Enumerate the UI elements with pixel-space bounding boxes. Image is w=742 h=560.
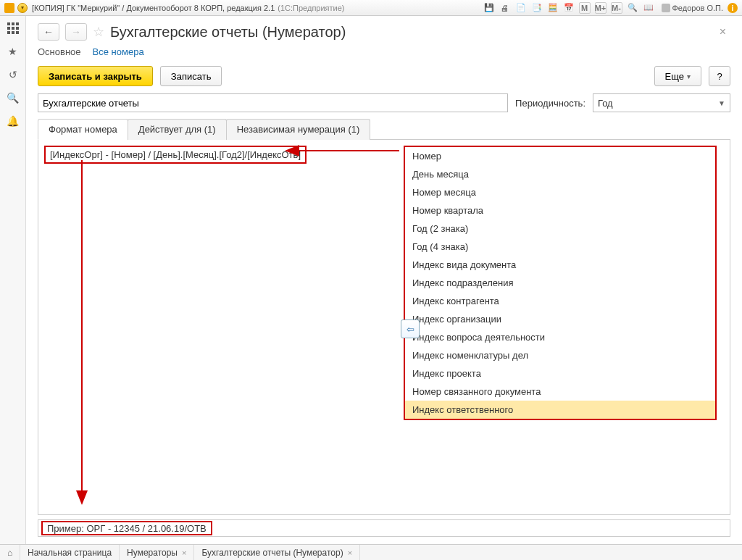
example-row: Пример: ОРГ - 12345 / 21.06.19/ОТВ [38,519,730,537]
bottom-tab-current-label: Бухгалтерские отчеты (Нумератор) [201,548,343,558]
close-tab-icon[interactable]: × [348,548,352,557]
book-icon[interactable]: 📖 [643,2,654,14]
zoom-icon[interactable]: 🔍 [627,2,638,14]
title-bar: ▾ [КОПИЯ] ГК "Меркурий" / Документооборо… [0,0,742,16]
m-button[interactable]: M [579,2,591,14]
window-title: [КОПИЯ] ГК "Меркурий" / Документооборот … [32,4,275,12]
left-rail: ★ ↺ 🔍 🔔 [0,16,26,544]
token-item[interactable]: Индекс ответственного [405,401,715,419]
app-menu-dropdown[interactable]: ▾ [17,3,28,13]
format-pane: [ИндексОрг] - [Номер] / [День].[Месяц].[… [44,146,398,509]
bottom-tab-current[interactable]: Бухгалтерские отчеты (Нумератор)× [194,545,360,560]
bottom-tab-start-label: Начальная страница [28,548,112,558]
subnav-all-numbers[interactable]: Все номера [93,46,144,57]
insert-token-button[interactable]: ⇦ [401,319,420,338]
sections-icon[interactable] [5,20,21,36]
bottom-tab-numerators[interactable]: Нумераторы× [120,545,194,560]
token-item[interactable]: Номер квартала [405,201,715,220]
tab-strip: Формат номера Действует для (1) Независи… [38,118,730,140]
name-row: Периодичность: Год ▼ [26,93,742,118]
numerator-name-input[interactable] [38,93,508,112]
bottom-tab-numerators-label: Нумераторы [127,548,178,558]
bottom-tab-start[interactable]: Начальная страница [20,545,120,560]
notifications-icon[interactable]: 🔔 [5,113,21,129]
save-button[interactable]: Записать [160,66,222,86]
calendar-icon[interactable]: 📅 [563,2,575,14]
page-title: Бухгалтерские отчеты (Нумератор) [110,24,346,41]
info-icon[interactable]: i [728,3,738,13]
token-item[interactable]: Индекс вида документа [405,256,715,274]
tokens-pane: ⇦ НомерДень месяцаНомер месяцаНомер квар… [404,146,724,509]
save-icon[interactable]: 💾 [483,2,495,14]
user-name: Федоров О.П. [672,4,724,12]
editor-area: [ИндексОрг] - [Номер] / [День].[Месяц].[… [38,140,730,515]
token-item[interactable]: Номер связанного документа [405,383,715,401]
m-minus-button[interactable]: M- [611,2,622,14]
token-item[interactable]: День месяца [405,165,715,183]
token-item[interactable]: Индекс подразделения [405,274,715,292]
token-item[interactable]: Год (2 знака) [405,220,715,238]
bottom-tabs: ⌂ Начальная страница Нумераторы× Бухгалт… [0,544,742,560]
token-item[interactable]: Номер месяца [405,183,715,201]
page-header: ← → ☆ Бухгалтерские отчеты (Нумератор) × [26,16,742,43]
print-icon[interactable]: 🖨 [499,2,511,14]
more-button[interactable]: Еще [654,66,701,86]
subnav: Основное Все номера [26,43,742,63]
history-icon[interactable]: ↺ [5,67,21,83]
token-list: НомерДень месяцаНомер месяцаНомер кварта… [404,146,717,420]
user-label[interactable]: Федоров О.П. [662,4,724,12]
token-item[interactable]: Индекс контрагента [405,292,715,310]
more-button-label: Еще [665,71,684,82]
app-icon [4,3,14,13]
tab-independent[interactable]: Независимая нумерация (1) [226,119,371,140]
save-and-close-button[interactable]: Записать и закрыть [38,66,153,86]
tab-format[interactable]: Формат номера [38,119,128,140]
nav-forward-button[interactable]: → [65,23,87,41]
token-item[interactable]: Номер [405,147,715,165]
doc-icon-1[interactable]: 📄 [515,2,527,14]
help-button[interactable]: ? [709,66,730,86]
search-icon[interactable]: 🔍 [5,90,21,106]
close-page-button[interactable]: × [715,25,730,38]
token-item[interactable]: Индекс вопроса деятельности [405,328,715,346]
content-area: ← → ☆ Бухгалтерские отчеты (Нумератор) ×… [26,16,742,544]
favorites-icon[interactable]: ★ [5,43,21,59]
token-item[interactable]: Индекс номенклатуры дел [405,346,715,364]
periodicity-value: Год [598,98,613,109]
title-tool-icons: 💾 🖨 📄 📑 🧮 📅 M M+ M- 🔍 📖 Федоров О.П. i [483,2,738,14]
nav-back-button[interactable]: ← [38,23,59,41]
token-item[interactable]: Год (4 знака) [405,238,715,256]
example-box: Пример: ОРГ - 12345 / 21.06.19/ОТВ [41,521,212,535]
product-label: (1С:Предприятие) [278,4,344,12]
subnav-main[interactable]: Основное [38,46,81,57]
doc-icon-2[interactable]: 📑 [531,2,543,14]
format-string-box[interactable]: [ИндексОрг] - [Номер] / [День].[Месяц].[… [44,146,307,164]
close-tab-icon[interactable]: × [182,548,186,557]
user-avatar-icon [662,4,670,12]
m-plus-button[interactable]: M+ [595,2,606,14]
token-item[interactable]: Индекс проекта [405,364,715,383]
chevron-down-icon: ▼ [718,99,725,107]
home-icon[interactable]: ⌂ [0,545,20,560]
favorite-star-icon[interactable]: ☆ [93,24,104,40]
periodicity-dropdown[interactable]: Год ▼ [593,93,730,112]
tab-valid-for[interactable]: Действует для (1) [128,119,227,140]
action-row: Записать и закрыть Записать Еще ? [26,63,742,93]
calc-icon[interactable]: 🧮 [547,2,559,14]
token-item[interactable]: Индекс организации [405,310,715,328]
periodicity-label: Периодичность: [515,98,585,109]
